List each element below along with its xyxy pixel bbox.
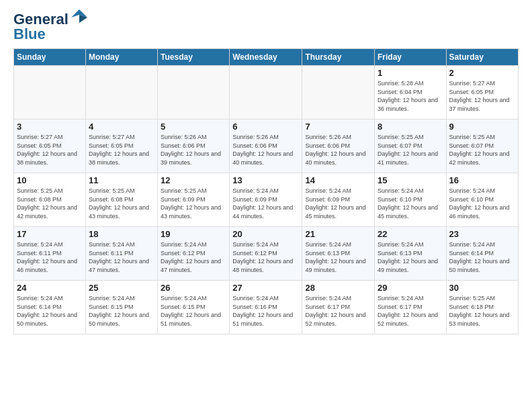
day-number: 15 (378, 175, 443, 185)
day-info: Sunrise: 5:24 AM Sunset: 6:10 PM Dayligh… (449, 187, 515, 220)
calendar-cell: 13Sunrise: 5:24 AM Sunset: 6:09 PM Dayli… (230, 173, 302, 227)
calendar-cell (85, 66, 157, 120)
weekday-header: Friday (374, 49, 446, 66)
day-info: Sunrise: 5:24 AM Sunset: 6:11 PM Dayligh… (89, 240, 154, 274)
day-number: 26 (161, 283, 226, 293)
day-info: Sunrise: 5:25 AM Sunset: 6:08 PM Dayligh… (89, 187, 154, 220)
calendar-cell: 29Sunrise: 5:24 AM Sunset: 6:17 PM Dayli… (374, 281, 446, 334)
calendar-cell: 9Sunrise: 5:25 AM Sunset: 6:07 PM Daylig… (446, 120, 518, 173)
calendar-cell: 27Sunrise: 5:24 AM Sunset: 6:16 PM Dayli… (230, 281, 302, 334)
calendar-cell: 17Sunrise: 5:24 AM Sunset: 6:11 PM Dayli… (14, 227, 86, 281)
calendar-cell: 7Sunrise: 5:26 AM Sunset: 6:06 PM Daylig… (302, 120, 375, 173)
day-info: Sunrise: 5:24 AM Sunset: 6:17 PM Dayligh… (305, 294, 371, 328)
day-number: 12 (161, 175, 226, 185)
page-header: General Blue (0, 0, 532, 48)
calendar-cell: 23Sunrise: 5:24 AM Sunset: 6:14 PM Dayli… (446, 227, 518, 281)
day-number: 29 (378, 283, 443, 293)
day-number: 10 (17, 175, 83, 185)
logo: General Blue (13, 11, 89, 43)
day-info: Sunrise: 5:24 AM Sunset: 6:12 PM Dayligh… (232, 240, 299, 274)
day-info: Sunrise: 5:24 AM Sunset: 6:09 PM Dayligh… (305, 187, 371, 220)
day-number: 16 (449, 175, 515, 185)
day-number: 5 (161, 122, 226, 132)
day-info: Sunrise: 5:24 AM Sunset: 6:09 PM Dayligh… (232, 187, 299, 220)
calendar-cell: 18Sunrise: 5:24 AM Sunset: 6:11 PM Dayli… (85, 227, 157, 281)
calendar-cell: 30Sunrise: 5:25 AM Sunset: 6:18 PM Dayli… (446, 281, 518, 334)
day-number: 28 (305, 283, 371, 293)
day-number: 18 (89, 229, 154, 239)
day-info: Sunrise: 5:24 AM Sunset: 6:15 PM Dayligh… (161, 294, 226, 328)
day-info: Sunrise: 5:25 AM Sunset: 6:07 PM Dayligh… (378, 133, 443, 167)
day-info: Sunrise: 5:25 AM Sunset: 6:07 PM Dayligh… (449, 133, 515, 167)
weekday-header: Wednesday (230, 49, 302, 66)
calendar-cell: 2Sunrise: 5:27 AM Sunset: 6:05 PM Daylig… (446, 66, 518, 120)
calendar-cell: 4Sunrise: 5:27 AM Sunset: 6:05 PM Daylig… (85, 120, 157, 173)
day-info: Sunrise: 5:27 AM Sunset: 6:05 PM Dayligh… (17, 133, 83, 167)
day-info: Sunrise: 5:26 AM Sunset: 6:06 PM Dayligh… (305, 133, 371, 167)
calendar-cell (302, 66, 375, 120)
day-info: Sunrise: 5:24 AM Sunset: 6:10 PM Dayligh… (378, 187, 443, 220)
calendar-cell: 14Sunrise: 5:24 AM Sunset: 6:09 PM Dayli… (302, 173, 375, 227)
day-number: 3 (17, 122, 83, 132)
calendar-cell: 10Sunrise: 5:25 AM Sunset: 6:08 PM Dayli… (14, 173, 86, 227)
calendar-cell: 19Sunrise: 5:24 AM Sunset: 6:12 PM Dayli… (158, 227, 230, 281)
calendar-cell: 5Sunrise: 5:26 AM Sunset: 6:06 PM Daylig… (158, 120, 230, 173)
calendar-cell: 21Sunrise: 5:24 AM Sunset: 6:13 PM Dayli… (302, 227, 375, 281)
day-number: 11 (89, 175, 154, 185)
calendar-cell: 20Sunrise: 5:24 AM Sunset: 6:12 PM Dayli… (230, 227, 302, 281)
day-info: Sunrise: 5:27 AM Sunset: 6:05 PM Dayligh… (89, 133, 154, 167)
day-info: Sunrise: 5:25 AM Sunset: 6:18 PM Dayligh… (449, 294, 515, 328)
calendar-cell: 26Sunrise: 5:24 AM Sunset: 6:15 PM Dayli… (158, 281, 230, 334)
day-info: Sunrise: 5:26 AM Sunset: 6:06 PM Dayligh… (232, 133, 299, 167)
calendar-cell: 11Sunrise: 5:25 AM Sunset: 6:08 PM Dayli… (85, 173, 157, 227)
day-info: Sunrise: 5:24 AM Sunset: 6:17 PM Dayligh… (378, 294, 443, 328)
weekday-header: Monday (85, 49, 157, 66)
day-info: Sunrise: 5:24 AM Sunset: 6:15 PM Dayligh… (89, 294, 154, 328)
day-info: Sunrise: 5:24 AM Sunset: 6:13 PM Dayligh… (378, 240, 443, 274)
calendar-cell: 8Sunrise: 5:25 AM Sunset: 6:07 PM Daylig… (374, 120, 446, 173)
calendar-cell (230, 66, 302, 120)
day-number: 9 (449, 122, 515, 132)
day-number: 13 (232, 175, 299, 185)
day-number: 22 (378, 229, 443, 239)
calendar-cell: 25Sunrise: 5:24 AM Sunset: 6:15 PM Dayli… (85, 281, 157, 334)
calendar-cell (14, 66, 86, 120)
calendar-cell: 28Sunrise: 5:24 AM Sunset: 6:17 PM Dayli… (302, 281, 375, 334)
calendar-container: SundayMondayTuesdayWednesdayThursdayFrid… (0, 48, 532, 340)
logo-icon (70, 8, 89, 27)
day-number: 24 (17, 283, 83, 293)
day-info: Sunrise: 5:24 AM Sunset: 6:16 PM Dayligh… (232, 294, 299, 328)
calendar-cell: 15Sunrise: 5:24 AM Sunset: 6:10 PM Dayli… (374, 173, 446, 227)
day-info: Sunrise: 5:24 AM Sunset: 6:12 PM Dayligh… (161, 240, 226, 274)
day-number: 7 (305, 122, 371, 132)
calendar-cell: 6Sunrise: 5:26 AM Sunset: 6:06 PM Daylig… (230, 120, 302, 173)
day-number: 20 (232, 229, 299, 239)
day-number: 8 (378, 122, 443, 132)
calendar-cell: 12Sunrise: 5:25 AM Sunset: 6:09 PM Dayli… (158, 173, 230, 227)
weekday-header: Thursday (302, 49, 375, 66)
day-info: Sunrise: 5:24 AM Sunset: 6:13 PM Dayligh… (305, 240, 371, 274)
day-number: 14 (305, 175, 371, 185)
day-info: Sunrise: 5:26 AM Sunset: 6:06 PM Dayligh… (161, 133, 226, 167)
day-info: Sunrise: 5:24 AM Sunset: 6:11 PM Dayligh… (17, 240, 83, 274)
day-number: 30 (449, 283, 515, 293)
day-info: Sunrise: 5:25 AM Sunset: 6:08 PM Dayligh… (17, 187, 83, 220)
day-info: Sunrise: 5:28 AM Sunset: 6:04 PM Dayligh… (378, 79, 443, 113)
day-info: Sunrise: 5:25 AM Sunset: 6:09 PM Dayligh… (161, 187, 226, 220)
day-number: 21 (305, 229, 371, 239)
calendar-cell: 22Sunrise: 5:24 AM Sunset: 6:13 PM Dayli… (374, 227, 446, 281)
day-number: 25 (89, 283, 154, 293)
day-number: 19 (161, 229, 226, 239)
day-number: 23 (449, 229, 515, 239)
day-number: 2 (449, 68, 515, 78)
weekday-header: Saturday (446, 49, 518, 66)
day-info: Sunrise: 5:27 AM Sunset: 6:05 PM Dayligh… (449, 79, 515, 113)
weekday-header: Sunday (14, 49, 86, 66)
day-number: 6 (232, 122, 299, 132)
day-info: Sunrise: 5:24 AM Sunset: 6:14 PM Dayligh… (449, 240, 515, 274)
day-number: 1 (378, 68, 443, 78)
calendar-cell: 24Sunrise: 5:24 AM Sunset: 6:14 PM Dayli… (14, 281, 86, 334)
calendar-cell (158, 66, 230, 120)
calendar-table: SundayMondayTuesdayWednesdayThursdayFrid… (13, 48, 519, 334)
day-number: 4 (89, 122, 154, 132)
